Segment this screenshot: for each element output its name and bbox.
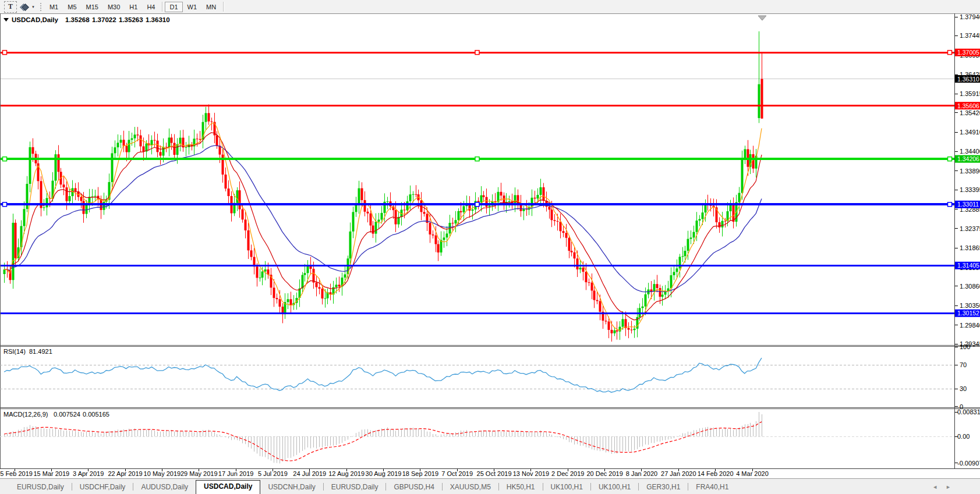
candle-body xyxy=(261,272,264,278)
chart-tab-fra40-h1[interactable]: FRA40,H1 xyxy=(688,481,736,493)
line-handle[interactable] xyxy=(3,202,7,207)
timeframe-button-d1[interactable]: D1 xyxy=(165,2,182,12)
chart-tab-bar: EURUSD,DailyUSDCHF,DailyAUDUSD,DailyUSDC… xyxy=(0,478,980,494)
toolbar-separator xyxy=(162,2,162,12)
candle-body xyxy=(304,273,306,275)
candle-body xyxy=(236,190,239,203)
chart-tab-gbpusd-h4[interactable]: GBPUSD,H4 xyxy=(386,481,441,493)
candle-body xyxy=(406,201,409,211)
toolbar: T ▼ M1M5M15M30H1H4D1W1MN xyxy=(0,0,980,13)
candle-body xyxy=(23,209,26,226)
candle-body xyxy=(676,268,678,272)
candle-body xyxy=(738,193,741,202)
candle-body xyxy=(321,289,324,298)
time-tick-label: 2 Dec 2019 xyxy=(551,470,584,477)
candle-body xyxy=(443,237,445,240)
line-handle[interactable] xyxy=(475,51,479,55)
candle-body xyxy=(642,307,644,308)
line-handle[interactable] xyxy=(3,51,7,55)
toolbar-grip[interactable] xyxy=(40,3,41,11)
candle-body xyxy=(463,206,465,212)
svg-text:USDCAD,Daily 1.35268: USDCAD,Daily 1.35268 1.37022 1.35263 1.3… xyxy=(12,16,170,23)
candle-body xyxy=(63,184,65,187)
candle-body xyxy=(367,212,369,214)
dropdown-caret-icon[interactable]: ▼ xyxy=(31,5,35,9)
objects-tool-button[interactable]: ▼ xyxy=(19,2,37,12)
chart-tab-ger30-h1[interactable]: GER30,H1 xyxy=(639,481,688,493)
timeframe-button-m30[interactable]: M30 xyxy=(103,2,125,12)
chart-tab-usdcad-daily[interactable]: USDCAD,Daily xyxy=(196,480,260,494)
chart-tab-usdcnh-daily[interactable]: USDCNH,Daily xyxy=(260,481,323,493)
rsi-axis-label: 100 xyxy=(960,343,970,350)
candle-body xyxy=(208,113,210,121)
candle-body xyxy=(162,147,165,155)
candle-body xyxy=(364,200,366,212)
chart-tab-uk100-h1[interactable]: UK100,H1 xyxy=(543,481,590,493)
chart-tab-xauusd-m5[interactable]: XAUUSD,M5 xyxy=(443,481,498,493)
timeframe-button-m15[interactable]: M15 xyxy=(82,2,103,12)
chart-tab-uk100-h1[interactable]: UK100,H1 xyxy=(591,481,638,493)
candle-body xyxy=(174,143,176,155)
candle-body xyxy=(256,266,259,278)
candle-body xyxy=(696,221,698,232)
price-tick-label: 1.29840 xyxy=(960,322,980,329)
candle-body xyxy=(591,283,593,291)
candle-body xyxy=(140,136,142,147)
tab-scroll-right-icon[interactable]: ► xyxy=(946,484,959,490)
chart-canvas[interactable]: 1.379401.374451.369351.364251.359151.354… xyxy=(0,13,980,478)
macd-axis-label: 0.00 xyxy=(957,433,970,440)
candle-body xyxy=(616,330,618,332)
candle-body xyxy=(395,210,397,224)
candle-body xyxy=(196,138,199,139)
text-label-tool-button[interactable]: T xyxy=(4,1,17,13)
svg-text:1.30152: 1.30152 xyxy=(957,310,979,317)
candle-body xyxy=(679,257,681,268)
candle-body xyxy=(370,214,372,226)
line-handle[interactable] xyxy=(3,157,7,161)
candle-body xyxy=(557,221,559,222)
candle-body xyxy=(670,275,673,289)
candle-body xyxy=(91,196,94,197)
chart-tab-audusd-daily[interactable]: AUDUSD,Daily xyxy=(133,481,196,493)
candle-body xyxy=(579,268,582,269)
price-tick-label: 1.33890 xyxy=(960,168,980,175)
candle-body xyxy=(684,251,687,256)
chart-tab-eurusd-daily[interactable]: EURUSD,Daily xyxy=(9,481,72,493)
time-tick-label: 29 May 2019 xyxy=(181,470,218,477)
line-handle[interactable] xyxy=(475,157,479,161)
time-tick-label: 20 Dec 2019 xyxy=(586,470,622,477)
chart-tab-usdchf-daily[interactable]: USDCHF,Daily xyxy=(72,481,133,493)
timeframe-button-m5[interactable]: M5 xyxy=(63,2,81,12)
candle-body xyxy=(3,269,6,274)
hline-price-label: 1.30152 xyxy=(955,310,980,317)
tab-scroll-left-icon[interactable]: ◄ xyxy=(932,484,946,490)
candle-body xyxy=(324,298,327,299)
candle-body xyxy=(611,330,613,333)
candle-body xyxy=(645,294,647,307)
line-handle[interactable] xyxy=(948,202,952,207)
candle-body xyxy=(659,288,661,297)
candle-body xyxy=(690,237,692,239)
chart-tab-eurusd-daily[interactable]: EURUSD,Daily xyxy=(324,481,386,493)
timeframe-button-h1[interactable]: H1 xyxy=(125,2,142,12)
candle-body xyxy=(551,209,553,220)
chart-tab-hk50-h1[interactable]: HK50,H1 xyxy=(499,481,543,493)
application-window: T ▼ M1M5M15M30H1H4D1W1MN 1.379401.374451… xyxy=(0,0,980,494)
timeframe-button-w1[interactable]: W1 xyxy=(183,2,202,12)
line-handle[interactable] xyxy=(948,157,952,161)
candle-body xyxy=(239,190,241,209)
timeframe-button-h4[interactable]: H4 xyxy=(142,2,160,12)
candle-body xyxy=(554,220,556,221)
chart-window: 1.379401.374451.369351.364251.359151.354… xyxy=(0,13,980,478)
line-handle[interactable] xyxy=(948,51,952,55)
candle-body xyxy=(721,221,724,228)
time-axis[interactable]: 25 Feb 201915 Mar 20193 Apr 201922 Apr 2… xyxy=(0,469,769,477)
line-handle[interactable] xyxy=(475,202,479,207)
candle-body xyxy=(480,196,483,202)
timeframe-button-m1[interactable]: M1 xyxy=(45,2,63,12)
candle-body xyxy=(375,222,377,234)
price-tick-label: 1.33395 xyxy=(960,186,980,193)
hline-price-label: 1.31405 xyxy=(955,262,980,269)
timeframe-button-mn[interactable]: MN xyxy=(201,2,221,12)
candle-body xyxy=(319,287,321,289)
